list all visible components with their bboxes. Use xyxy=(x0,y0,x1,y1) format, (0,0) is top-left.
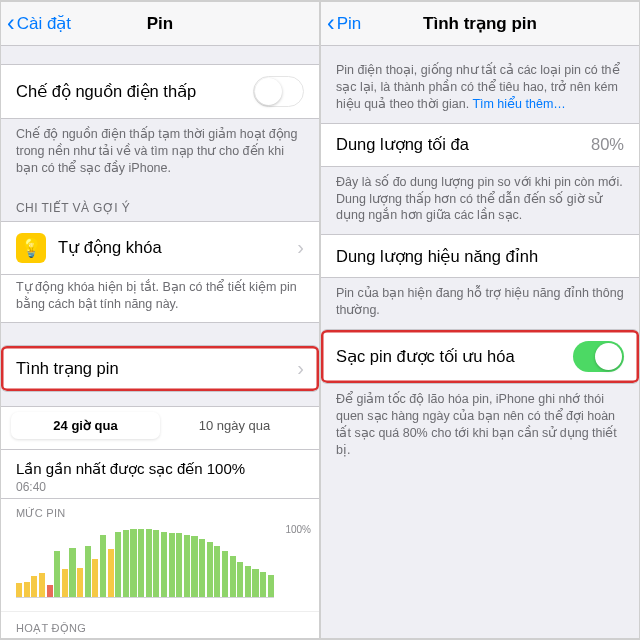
max-capacity-value: 80% xyxy=(591,135,624,154)
back-button[interactable]: ‹ Cài đặt xyxy=(7,12,71,35)
max-capacity-footer: Đây là số đo dung lượng pin so với khi p… xyxy=(321,167,639,235)
learn-more-link[interactable]: Tìm hiểu thêm… xyxy=(472,97,565,111)
peak-performance-footer: Pin của bạn hiện đang hỗ trợ hiệu năng đ… xyxy=(321,278,639,329)
chevron-right-icon: › xyxy=(297,357,304,380)
optimized-charging-row[interactable]: Sạc pin được tối ưu hóa xyxy=(321,329,639,384)
insights-header: CHI TIẾT VÀ GỢI Ý xyxy=(1,187,319,221)
content: Chế độ nguồn điện thấp Chế độ nguồn điện… xyxy=(1,46,319,638)
optimized-charging-label: Sạc pin được tối ưu hóa xyxy=(336,347,515,366)
max-capacity-label: Dung lượng tối đa xyxy=(336,135,469,154)
activity-chart: 60 phút 30 phút xyxy=(1,637,319,638)
battery-settings-screen: ‹ Cài đặt Pin Chế độ nguồn điện thấp Chế… xyxy=(1,2,319,638)
battery-health-row[interactable]: Tình trạng pin › xyxy=(1,345,319,392)
battery-level-chart: 100% xyxy=(1,522,319,612)
auto-lock-label: Tự động khóa xyxy=(58,238,162,257)
back-label: Pin xyxy=(337,14,362,34)
peak-performance-row: Dung lượng hiệu năng đỉnh xyxy=(321,234,639,278)
chevron-right-icon: › xyxy=(297,236,304,259)
peak-performance-label: Dung lượng hiệu năng đỉnh xyxy=(336,247,538,266)
content: Pin điện thoại, giống như tất cả các loạ… xyxy=(321,46,639,638)
max-capacity-row: Dung lượng tối đa 80% xyxy=(321,123,639,167)
nav-bar: ‹ Pin Tình trạng pin xyxy=(321,2,639,46)
chevron-left-icon: ‹ xyxy=(327,12,335,35)
intro-text: Pin điện thoại, giống như tất cả các loạ… xyxy=(321,46,639,123)
last-charge-block: Lần gần nhất được sạc đến 100% 06:40 xyxy=(1,450,319,499)
low-power-mode-row[interactable]: Chế độ nguồn điện thấp xyxy=(1,64,319,119)
auto-lock-footer: Tự động khóa hiện bị tắt. Bạn có thể tiế… xyxy=(1,275,319,324)
nav-bar: ‹ Cài đặt Pin xyxy=(1,2,319,46)
low-power-label: Chế độ nguồn điện thấp xyxy=(16,82,196,101)
last-charge-time: 06:40 xyxy=(16,480,304,494)
low-power-toggle[interactable] xyxy=(253,76,304,107)
back-label: Cài đặt xyxy=(17,13,71,34)
battery-health-label: Tình trạng pin xyxy=(16,359,119,378)
segment-24h[interactable]: 24 giờ qua xyxy=(11,412,160,439)
chevron-left-icon: ‹ xyxy=(7,12,15,35)
low-power-footer: Chế độ nguồn điện thấp tạm thời giảm hoạ… xyxy=(1,119,319,187)
level-header: MỨC PIN xyxy=(1,499,319,522)
time-range-segment: 24 giờ qua 10 ngày qua xyxy=(1,406,319,450)
optimized-charging-footer: Để giảm tốc độ lão hóa pin, iPhone ghi n… xyxy=(321,384,639,469)
battery-health-screen: ‹ Pin Tình trạng pin Pin điện thoại, giố… xyxy=(321,2,639,638)
optimized-charging-toggle[interactable] xyxy=(573,341,624,372)
last-charge-title: Lần gần nhất được sạc đến 100% xyxy=(16,460,304,478)
segment-10d[interactable]: 10 ngày qua xyxy=(160,412,309,439)
auto-lock-row[interactable]: 💡 Tự động khóa › xyxy=(1,221,319,275)
activity-header: HOẠT ĐỘNG xyxy=(1,612,319,637)
page-title: Pin xyxy=(147,14,173,34)
back-button[interactable]: ‹ Pin xyxy=(327,12,361,35)
page-title: Tình trạng pin xyxy=(423,13,537,34)
level-ylabel: 100% xyxy=(285,524,311,535)
lightbulb-icon: 💡 xyxy=(16,233,46,263)
